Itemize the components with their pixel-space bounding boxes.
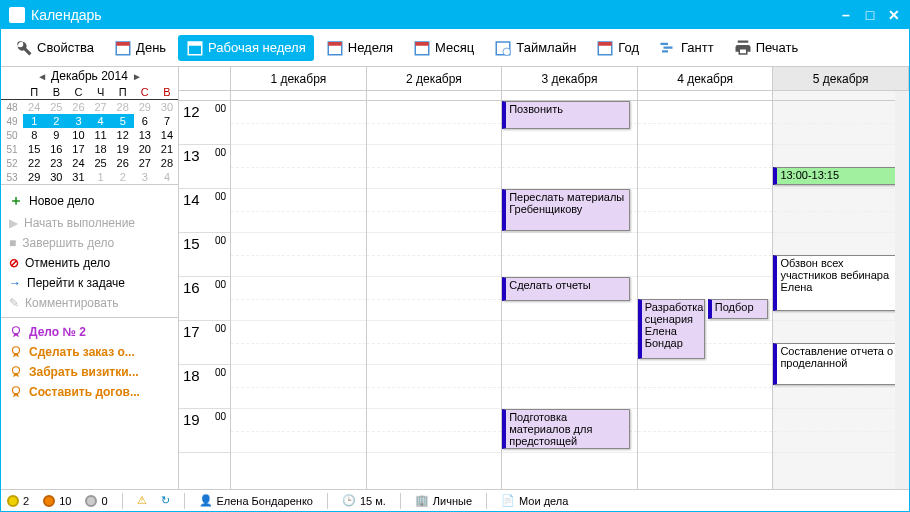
day-column[interactable]	[367, 91, 503, 489]
month-view-button[interactable]: Месяц	[405, 35, 482, 61]
mini-calendar[interactable]: ПВСЧПСВ 48242526272829304912345675089101…	[1, 85, 178, 184]
mini-cal-day[interactable]: 22	[23, 156, 45, 170]
mini-cal-day[interactable]: 15	[23, 142, 45, 156]
day-column[interactable]	[231, 91, 367, 489]
calendar-event[interactable]: Подготовка материалов для предстоящей	[502, 409, 630, 449]
status-duration[interactable]: 🕒15 м.	[342, 494, 386, 507]
calendar-event[interactable]: 13:00-13:15	[773, 167, 905, 185]
grid-body[interactable]: 12001300140015001600170018001900 Позвони…	[179, 91, 909, 489]
start-task-button[interactable]: ▶Начать выполнение	[1, 213, 178, 233]
mini-cal-day[interactable]: 25	[90, 156, 112, 170]
close-button[interactable]: ✕	[887, 8, 901, 22]
mini-cal-day[interactable]: 2	[112, 170, 134, 184]
mini-cal-day[interactable]: 20	[134, 142, 156, 156]
calendar-event[interactable]: Сделать отчеты	[502, 277, 630, 301]
cancel-task-button[interactable]: ⊘Отменить дело	[1, 253, 178, 273]
mini-cal-day[interactable]: 6	[134, 114, 156, 128]
medal-icon	[9, 325, 23, 339]
mini-cal-day[interactable]: 30	[156, 100, 178, 115]
status-orange[interactable]: 10	[43, 495, 71, 507]
mini-cal-day[interactable]: 2	[45, 114, 67, 128]
mini-cal-day[interactable]: 31	[67, 170, 89, 184]
mini-cal-day[interactable]: 12	[112, 128, 134, 142]
mini-cal-day[interactable]: 27	[90, 100, 112, 115]
mini-cal-day[interactable]: 4	[156, 170, 178, 184]
mini-cal-day[interactable]: 3	[134, 170, 156, 184]
vertical-scrollbar[interactable]	[895, 91, 909, 489]
mini-cal-day[interactable]: 17	[67, 142, 89, 156]
day-header[interactable]: 5 декабря	[773, 67, 909, 90]
mini-cal-day[interactable]: 24	[23, 100, 45, 115]
timeline-view-button[interactable]: Таймлайн	[486, 35, 584, 61]
mini-cal-day[interactable]: 29	[134, 100, 156, 115]
calendar-event[interactable]: Позвонить	[502, 101, 630, 129]
day-column[interactable]: Разработка сценария Елена БондарПодбор	[638, 91, 774, 489]
mini-cal-day[interactable]: 21	[156, 142, 178, 156]
mini-cal-day[interactable]: 16	[45, 142, 67, 156]
week-view-button[interactable]: Неделя	[318, 35, 401, 61]
mini-cal-day[interactable]: 13	[134, 128, 156, 142]
next-month-button[interactable]: ►	[132, 71, 142, 82]
status-filter[interactable]: 📄Мои дела	[501, 494, 568, 507]
mini-cal-day[interactable]: 24	[67, 156, 89, 170]
mini-cal-day[interactable]: 30	[45, 170, 67, 184]
mini-cal-day[interactable]: 23	[45, 156, 67, 170]
status-user[interactable]: 👤Елена Бондаренко	[199, 494, 313, 507]
comment-button[interactable]: ✎Комментировать	[1, 293, 178, 313]
pinned-item[interactable]: Дело № 2	[1, 322, 178, 342]
mini-cal-day[interactable]: 26	[67, 100, 89, 115]
status-warning[interactable]: ⚠	[137, 494, 147, 507]
print-button[interactable]: Печать	[726, 35, 807, 61]
gantt-view-button[interactable]: Гантт	[651, 35, 722, 61]
maximize-button[interactable]: □	[863, 8, 877, 22]
day-header[interactable]: 2 декабря	[367, 67, 503, 90]
day-header[interactable]: 1 декабря	[231, 67, 367, 90]
mini-cal-day[interactable]: 29	[23, 170, 45, 184]
day-column[interactable]: 13:00-13:15Обзвон всех участников вебина…	[773, 91, 909, 489]
day-column[interactable]: ПозвонитьПереслать материалы Гребенщиков…	[502, 91, 638, 489]
mini-cal-day[interactable]: 1	[90, 170, 112, 184]
mini-cal-day[interactable]: 27	[134, 156, 156, 170]
mini-cal-day[interactable]: 11	[90, 128, 112, 142]
prev-month-button[interactable]: ◄	[37, 71, 47, 82]
cancel-icon: ⊘	[9, 256, 19, 270]
mini-cal-day[interactable]: 26	[112, 156, 134, 170]
day-header[interactable]: 3 декабря	[502, 67, 638, 90]
status-category[interactable]: 🏢Личные	[415, 494, 472, 507]
pinned-item[interactable]: Сделать заказ о...	[1, 342, 178, 362]
calendar-event[interactable]: Составление отчета о проделанной	[773, 343, 905, 385]
mini-cal-day[interactable]: 28	[156, 156, 178, 170]
status-yellow[interactable]: 2	[7, 495, 29, 507]
properties-button[interactable]: Свойства	[7, 35, 102, 61]
minimize-button[interactable]: –	[839, 8, 853, 22]
mini-cal-day[interactable]: 19	[112, 142, 134, 156]
status-refresh[interactable]: ↻	[161, 494, 170, 507]
day-header[interactable]: 4 декабря	[638, 67, 774, 90]
mini-cal-day[interactable]: 1	[23, 114, 45, 128]
calendar-event[interactable]: Переслать материалы Гребенщикову	[502, 189, 630, 231]
year-view-button[interactable]: Год	[588, 35, 647, 61]
mini-cal-day[interactable]: 4	[90, 114, 112, 128]
finish-task-button[interactable]: ■Завершить дело	[1, 233, 178, 253]
mini-cal-day[interactable]: 14	[156, 128, 178, 142]
calendar-event[interactable]: Подбор	[708, 299, 769, 319]
pinned-item[interactable]: Составить догов...	[1, 382, 178, 402]
calendar-event[interactable]: Разработка сценария Елена Бондар	[638, 299, 705, 359]
mini-cal-day[interactable]: 5	[112, 114, 134, 128]
calendar-event[interactable]: Обзвон всех участников вебинара Елена	[773, 255, 905, 311]
mini-cal-day[interactable]: 3	[67, 114, 89, 128]
work-week-view-button[interactable]: Рабочая неделя	[178, 35, 314, 61]
goto-task-button[interactable]: →Перейти к задаче	[1, 273, 178, 293]
mini-cal-day[interactable]: 18	[90, 142, 112, 156]
mini-cal-day[interactable]: 10	[67, 128, 89, 142]
mini-cal-day[interactable]: 28	[112, 100, 134, 115]
pinned-item[interactable]: Забрать визитки...	[1, 362, 178, 382]
mini-cal-day[interactable]: 7	[156, 114, 178, 128]
day-view-button[interactable]: День	[106, 35, 174, 61]
mini-cal-day[interactable]: 9	[45, 128, 67, 142]
new-task-button[interactable]: ＋Новое дело	[1, 189, 178, 213]
warning-icon: ⚠	[137, 494, 147, 507]
mini-cal-day[interactable]: 25	[45, 100, 67, 115]
status-grey[interactable]: 0	[85, 495, 107, 507]
mini-cal-day[interactable]: 8	[23, 128, 45, 142]
